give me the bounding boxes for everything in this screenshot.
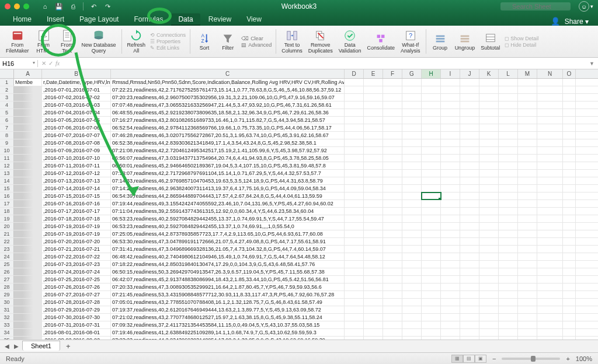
cell[interactable] (563, 79, 576, 86)
cell[interactable] (460, 215, 479, 222)
cell[interactable] (422, 192, 441, 200)
cell[interactable] (460, 155, 479, 162)
cell[interactable] (563, 124, 576, 131)
refresh-all-button[interactable]: Refresh All (125, 27, 148, 56)
filter-button[interactable]: Filter (217, 27, 239, 56)
cell[interactable] (422, 200, 441, 207)
cell[interactable] (563, 109, 576, 116)
cell[interactable]: 07:25:05,readiness,44,2.87378935857723,1… (111, 230, 345, 237)
cell[interactable] (422, 109, 441, 116)
cell[interactable] (364, 299, 383, 306)
cell[interactable]: ████ (14, 337, 42, 340)
sort-button[interactable]: AZ Sort (193, 27, 215, 56)
col-header-H[interactable]: H (422, 69, 441, 78)
col-header-I[interactable]: I (441, 69, 460, 78)
row-header[interactable]: 16 (0, 192, 14, 200)
cell[interactable]: 06:48:42,readiness,40,2.7404980612104946… (111, 253, 345, 260)
row-header[interactable]: 30 (0, 299, 14, 306)
sheet-nav-right-icon[interactable]: ▶ (13, 343, 20, 349)
cell[interactable] (518, 284, 537, 290)
cell[interactable]: ████ (14, 109, 42, 116)
cell[interactable] (364, 94, 383, 101)
cell[interactable] (460, 177, 479, 184)
cell[interactable] (518, 230, 537, 237)
cell[interactable] (563, 117, 576, 124)
cell[interactable] (499, 132, 518, 139)
cell[interactable] (422, 139, 441, 146)
cell[interactable] (563, 170, 576, 177)
cell[interactable] (383, 276, 402, 283)
cell[interactable] (402, 314, 422, 321)
cell[interactable] (422, 306, 441, 313)
consolidate-button[interactable]: Consolidate (365, 27, 398, 56)
cell[interactable] (402, 223, 422, 230)
cell[interactable] (402, 299, 422, 306)
cell[interactable] (345, 109, 364, 116)
row-header[interactable]: 31 (0, 306, 14, 313)
cell[interactable] (383, 321, 402, 328)
cell[interactable]: ,2016-07-27,2016-07-27 (42, 291, 111, 298)
cell[interactable]: ,2016-07-11,2016-07-11 (42, 162, 111, 169)
cell[interactable] (537, 329, 563, 336)
row-header[interactable]: 22 (0, 238, 14, 245)
cell[interactable] (537, 208, 563, 215)
cell[interactable] (402, 79, 422, 86)
cell[interactable] (364, 147, 383, 154)
cell[interactable] (563, 94, 576, 101)
cell[interactable] (499, 170, 518, 177)
sheet-nav-left-icon[interactable]: ◀ (4, 343, 11, 349)
cell[interactable] (499, 185, 518, 192)
view-normal-icon[interactable]: ▦ (451, 355, 463, 363)
cell[interactable] (402, 253, 422, 260)
cell[interactable] (537, 299, 563, 306)
cell[interactable] (499, 261, 518, 268)
col-header-M[interactable]: M (518, 69, 537, 78)
cell[interactable] (441, 185, 460, 192)
cell[interactable] (441, 321, 460, 328)
cell[interactable] (441, 155, 460, 162)
cell[interactable] (383, 246, 402, 253)
cell[interactable]: ████ (14, 223, 42, 230)
cell[interactable]: 06:53:23,readiness,40,2.5927084829442455… (111, 215, 345, 222)
user-menu-chevron-icon[interactable]: ▾ (590, 4, 593, 9)
cell[interactable] (479, 208, 499, 215)
cell[interactable] (537, 94, 563, 101)
cell[interactable] (479, 268, 499, 275)
cell[interactable] (563, 155, 576, 162)
cell[interactable] (563, 86, 576, 93)
cell[interactable]: ████ (14, 261, 42, 268)
cell[interactable] (383, 192, 402, 200)
remove-duplicates-button[interactable]: Remove Duplicates (306, 27, 335, 56)
cell[interactable] (402, 200, 422, 207)
cell[interactable] (441, 124, 460, 131)
cell[interactable]: 07:11:04,readiness,39,2.559143774361315,… (111, 208, 345, 215)
cell[interactable] (402, 291, 422, 298)
text-to-columns-button[interactable]: Text to Columns (279, 27, 305, 56)
cell[interactable] (345, 329, 364, 336)
cell[interactable]: 07:18:07,readiness,42,2.7172968797691104… (111, 170, 345, 177)
cell[interactable]: ████ (14, 94, 42, 101)
tab-insert[interactable]: Insert (40, 13, 71, 26)
row-header[interactable]: 33 (0, 321, 14, 328)
cell[interactable]: 06:53:30,readiness,47,3.047899191172666,… (111, 238, 345, 245)
cell[interactable] (518, 147, 537, 154)
cell[interactable]: 07:19:44,readiness,49,3.1554242474055592… (111, 200, 345, 207)
cell[interactable] (441, 208, 460, 215)
cell[interactable] (422, 261, 441, 268)
from-text-button[interactable]: From Text (56, 27, 78, 56)
cell[interactable] (402, 170, 422, 177)
cell[interactable]: ████ (14, 215, 42, 222)
cell[interactable] (402, 306, 422, 313)
cell[interactable] (441, 215, 460, 222)
cell[interactable] (563, 185, 576, 192)
cell[interactable] (563, 314, 576, 321)
cell[interactable] (422, 215, 441, 222)
cell[interactable] (422, 223, 441, 230)
subtotal-button[interactable]: Subtotal (478, 27, 502, 56)
cell[interactable] (499, 147, 518, 154)
cell[interactable]: ████ (14, 132, 42, 139)
cell[interactable]: ,2016-07-12,2016-07-12 (42, 170, 111, 177)
cell[interactable] (364, 185, 383, 192)
cell[interactable] (518, 268, 537, 275)
cell[interactable] (499, 86, 518, 93)
